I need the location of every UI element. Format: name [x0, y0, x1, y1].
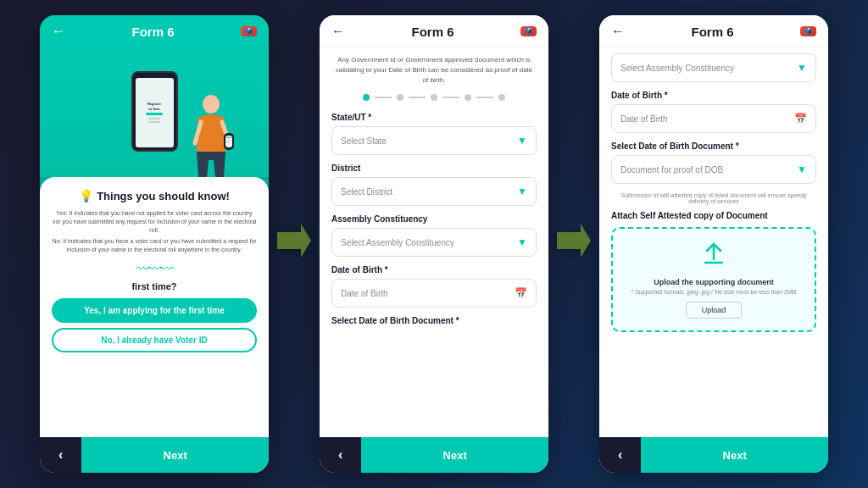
screen1-hero: Register to Vote [40, 46, 269, 177]
screen3-scrollable: Select Assembly Constituency ▼ Date of B… [599, 47, 828, 437]
assembly-label: Assembly Constituency [331, 214, 537, 224]
upload-title: Upload the supporting document [654, 278, 774, 286]
state-group: State/UT * Select State ▼ [331, 113, 537, 155]
s3-doc-chevron-icon: ▼ [797, 164, 807, 175]
screen3-back-arrow[interactable]: ← [611, 24, 625, 39]
arrow-connector-1 [277, 224, 311, 265]
svg-rect-4 [226, 140, 231, 141]
district-label: District [331, 164, 537, 173]
progress-line-2 [409, 97, 426, 98]
arrow-connector-2 [557, 224, 591, 265]
badge-icon2: 🗳️ [525, 28, 532, 35]
assembly-dropdown[interactable]: Select Assembly Constituency ▼ [331, 228, 537, 257]
svg-marker-7 [557, 224, 591, 258]
screen3-title: Form 6 [632, 25, 793, 39]
badge-icon3: 🗳️ [804, 28, 812, 35]
progress-dot-5 [498, 94, 505, 101]
s3-dob-input[interactable]: Date of Birth 📅 [611, 104, 816, 133]
upload-icon [700, 241, 727, 273]
state-placeholder: Select State [341, 136, 387, 146]
bulb-icon: 💡 [79, 189, 93, 202]
know-title: 💡 Things you should know! [79, 189, 230, 202]
screen2-form-content: Any Government id or Government approved… [320, 47, 548, 437]
upload-button[interactable]: Upload [686, 302, 743, 319]
screen2-next-button[interactable]: Next [361, 437, 548, 473]
screen3-voter-badge: 🗳️ [800, 26, 816, 36]
no-voter-id-button[interactable]: No, I already have Voter ID [52, 328, 257, 352]
screen1-bottom-nav: ‹ Next [40, 437, 269, 473]
district-group: District Select District ▼ [331, 164, 537, 206]
screen2: ← Form 6 🗳️ Any Government id or Governm… [320, 15, 548, 473]
state-dropdown[interactable]: Select State ▼ [331, 126, 537, 155]
yes-first-time-button[interactable]: Yes, I am applying for the first time [52, 298, 257, 323]
state-chevron-icon: ▼ [517, 135, 527, 147]
screen1-back-arrow[interactable]: ← [52, 24, 65, 39]
progress-dot-1 [363, 94, 370, 101]
dob-input[interactable]: Date of Birth 📅 [331, 279, 537, 308]
screen2-title: Form 6 [352, 25, 514, 39]
assembly-group: Assembly Constituency Select Assembly Co… [331, 214, 537, 257]
progress-line-1 [375, 97, 392, 98]
s3-calendar-icon: 📅 [794, 113, 807, 125]
s3-doc-dropdown[interactable]: Document for proof of DOB ▼ [611, 155, 816, 184]
upload-area[interactable]: Upload the supporting document * Support… [611, 227, 816, 332]
screen3-header: ← Form 6 🗳️ [599, 15, 828, 47]
screen3-back-button[interactable]: ‹ [599, 437, 641, 473]
screens-container: ← Form 6 🗳️ Register to Vote [0, 0, 868, 488]
screen2-back-button[interactable]: ‹ [320, 437, 361, 473]
dob-label: Date of Birth * [331, 265, 537, 274]
screen1-back-button[interactable]: ‹ [40, 437, 81, 473]
state-label: State/UT * [331, 113, 537, 122]
screen3-bottom-nav: ‹ Next [599, 437, 828, 473]
svg-rect-3 [226, 137, 231, 138]
phone-screen-inner: Register to Vote [136, 78, 174, 147]
s3-dob-group: Date of Birth * Date of Birth 📅 [611, 91, 816, 133]
s3-hint-text: Submission of self-attested copy of list… [611, 192, 816, 204]
wave-divider: 〰〰〰 [52, 261, 257, 278]
upload-hint: * Supported formats .jpeg .jpg / file si… [632, 289, 797, 295]
screen2-bottom-nav: ‹ Next [320, 437, 548, 473]
dob-doc-label: Select Date of Birth Document * [331, 316, 537, 325]
district-chevron-icon: ▼ [517, 186, 527, 197]
screen1-next-button[interactable]: Next [81, 437, 269, 473]
district-placeholder: Select District [341, 187, 392, 197]
screen2-back-arrow[interactable]: ← [331, 24, 345, 39]
dob-group: Date of Birth * Date of Birth 📅 [331, 265, 537, 308]
svg-marker-6 [277, 224, 311, 258]
assembly-placeholder: Select Assembly Constituency [341, 238, 454, 247]
progress-dot-4 [465, 94, 471, 101]
screen1: ← Form 6 🗳️ Register to Vote [40, 15, 269, 473]
s3-assembly-chevron-icon: ▼ [797, 62, 807, 74]
s3-doc-placeholder: Document for proof of DOB [620, 165, 723, 175]
progress-line-4 [476, 97, 493, 98]
progress-dot-3 [431, 94, 437, 101]
screen3-next-button[interactable]: Next [641, 437, 828, 473]
s3-dob-label: Date of Birth * [611, 91, 816, 100]
district-dropdown[interactable]: Select District ▼ [331, 177, 537, 206]
s3-doc-label: Select Date of Birth Document * [611, 141, 816, 151]
screen2-header: ← Form 6 🗳️ [320, 15, 548, 47]
know-section: 💡 Things you should know! [52, 189, 257, 202]
screen1-content: 💡 Things you should know! Yes: It indica… [40, 177, 269, 437]
screen1-header: ← Form 6 🗳️ [40, 15, 269, 46]
s3-attach-title: Attach Self Attested copy of Document [611, 211, 816, 220]
svg-point-0 [203, 95, 220, 114]
s3-dob-placeholder: Date of Birth [620, 114, 668, 124]
know-paragraph2: No: It indicates that you have a voter c… [52, 237, 257, 254]
badge-text: 🗳️ [245, 28, 253, 35]
screen2-progress-bar [331, 94, 537, 101]
screen2-voter-badge: 🗳️ [520, 26, 537, 36]
s3-doc-group: Select Date of Birth Document * Document… [611, 141, 816, 184]
calendar-icon: 📅 [515, 287, 527, 299]
screen3: ← Form 6 🗳️ Select Assembly Constituency… [599, 15, 828, 473]
screen1-voter-badge: 🗳️ [241, 26, 257, 36]
assembly-chevron-icon: ▼ [517, 236, 527, 248]
s3-assembly-group: Select Assembly Constituency ▼ [611, 53, 816, 82]
progress-line-3 [442, 97, 459, 98]
first-time-text: first time? [52, 281, 257, 291]
s3-assembly-dropdown[interactable]: Select Assembly Constituency ▼ [611, 53, 816, 82]
screen2-info-text: Any Government id or Government approved… [331, 55, 537, 86]
phone-mockup: Register to Vote [131, 71, 178, 152]
female-figure-icon [188, 92, 235, 177]
dob-placeholder: Date of Birth [341, 289, 388, 298]
